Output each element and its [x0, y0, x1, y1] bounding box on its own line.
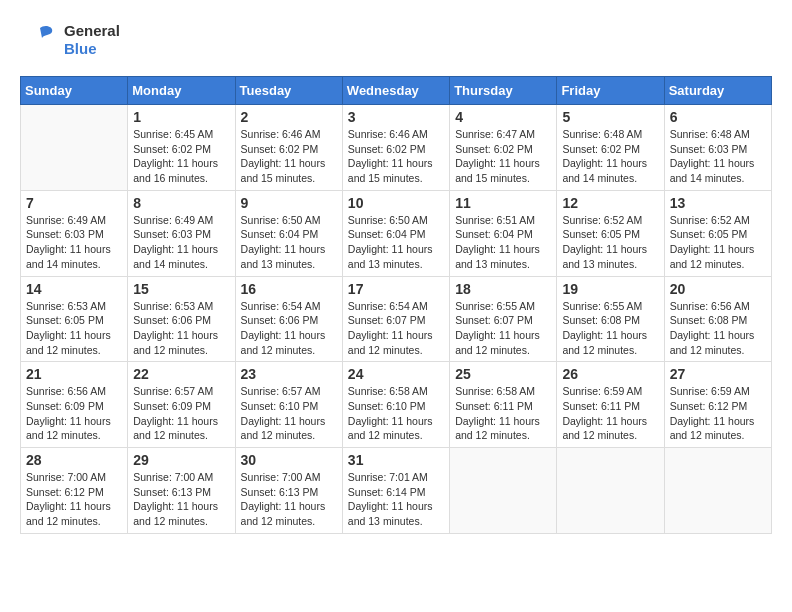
- day-info: Sunrise: 6:54 AMSunset: 6:06 PMDaylight:…: [241, 299, 337, 358]
- calendar-day-cell: 22Sunrise: 6:57 AMSunset: 6:09 PMDayligh…: [128, 362, 235, 448]
- day-of-week-header: Friday: [557, 77, 664, 105]
- calendar-day-cell: 10Sunrise: 6:50 AMSunset: 6:04 PMDayligh…: [342, 190, 449, 276]
- day-info: Sunrise: 6:59 AMSunset: 6:11 PMDaylight:…: [562, 384, 658, 443]
- day-info: Sunrise: 6:54 AMSunset: 6:07 PMDaylight:…: [348, 299, 444, 358]
- day-of-week-header: Thursday: [450, 77, 557, 105]
- calendar-day-cell: 31Sunrise: 7:01 AMSunset: 6:14 PMDayligh…: [342, 448, 449, 534]
- day-number: 8: [133, 195, 229, 211]
- page-header: GeneralBlue: [20, 20, 772, 60]
- day-number: 15: [133, 281, 229, 297]
- calendar-day-cell: 24Sunrise: 6:58 AMSunset: 6:10 PMDayligh…: [342, 362, 449, 448]
- day-number: 13: [670, 195, 766, 211]
- calendar-day-cell: [557, 448, 664, 534]
- logo: GeneralBlue: [20, 20, 120, 60]
- calendar-day-cell: 27Sunrise: 6:59 AMSunset: 6:12 PMDayligh…: [664, 362, 771, 448]
- day-info: Sunrise: 7:00 AMSunset: 6:13 PMDaylight:…: [241, 470, 337, 529]
- day-number: 29: [133, 452, 229, 468]
- day-info: Sunrise: 6:46 AMSunset: 6:02 PMDaylight:…: [348, 127, 444, 186]
- calendar-day-cell: [664, 448, 771, 534]
- calendar-week-row: 21Sunrise: 6:56 AMSunset: 6:09 PMDayligh…: [21, 362, 772, 448]
- day-info: Sunrise: 6:57 AMSunset: 6:09 PMDaylight:…: [133, 384, 229, 443]
- day-info: Sunrise: 6:57 AMSunset: 6:10 PMDaylight:…: [241, 384, 337, 443]
- calendar-day-cell: 19Sunrise: 6:55 AMSunset: 6:08 PMDayligh…: [557, 276, 664, 362]
- day-number: 18: [455, 281, 551, 297]
- calendar-day-cell: 9Sunrise: 6:50 AMSunset: 6:04 PMDaylight…: [235, 190, 342, 276]
- calendar-week-row: 28Sunrise: 7:00 AMSunset: 6:12 PMDayligh…: [21, 448, 772, 534]
- day-number: 24: [348, 366, 444, 382]
- day-number: 25: [455, 366, 551, 382]
- day-number: 21: [26, 366, 122, 382]
- calendar-day-cell: 3Sunrise: 6:46 AMSunset: 6:02 PMDaylight…: [342, 105, 449, 191]
- calendar-day-cell: 1Sunrise: 6:45 AMSunset: 6:02 PMDaylight…: [128, 105, 235, 191]
- day-info: Sunrise: 6:50 AMSunset: 6:04 PMDaylight:…: [348, 213, 444, 272]
- calendar-day-cell: 7Sunrise: 6:49 AMSunset: 6:03 PMDaylight…: [21, 190, 128, 276]
- logo-text: GeneralBlue: [64, 22, 120, 58]
- day-info: Sunrise: 6:51 AMSunset: 6:04 PMDaylight:…: [455, 213, 551, 272]
- day-info: Sunrise: 6:48 AMSunset: 6:03 PMDaylight:…: [670, 127, 766, 186]
- day-number: 5: [562, 109, 658, 125]
- calendar-day-cell: 26Sunrise: 6:59 AMSunset: 6:11 PMDayligh…: [557, 362, 664, 448]
- day-number: 27: [670, 366, 766, 382]
- calendar-day-cell: 8Sunrise: 6:49 AMSunset: 6:03 PMDaylight…: [128, 190, 235, 276]
- day-info: Sunrise: 7:01 AMSunset: 6:14 PMDaylight:…: [348, 470, 444, 529]
- calendar-day-cell: 2Sunrise: 6:46 AMSunset: 6:02 PMDaylight…: [235, 105, 342, 191]
- calendar-day-cell: 28Sunrise: 7:00 AMSunset: 6:12 PMDayligh…: [21, 448, 128, 534]
- day-number: 2: [241, 109, 337, 125]
- calendar-day-cell: 14Sunrise: 6:53 AMSunset: 6:05 PMDayligh…: [21, 276, 128, 362]
- day-info: Sunrise: 6:53 AMSunset: 6:05 PMDaylight:…: [26, 299, 122, 358]
- calendar-day-cell: [21, 105, 128, 191]
- calendar-week-row: 7Sunrise: 6:49 AMSunset: 6:03 PMDaylight…: [21, 190, 772, 276]
- day-info: Sunrise: 6:56 AMSunset: 6:09 PMDaylight:…: [26, 384, 122, 443]
- calendar-day-cell: 11Sunrise: 6:51 AMSunset: 6:04 PMDayligh…: [450, 190, 557, 276]
- day-info: Sunrise: 6:55 AMSunset: 6:08 PMDaylight:…: [562, 299, 658, 358]
- calendar-day-cell: 21Sunrise: 6:56 AMSunset: 6:09 PMDayligh…: [21, 362, 128, 448]
- day-number: 7: [26, 195, 122, 211]
- day-info: Sunrise: 6:52 AMSunset: 6:05 PMDaylight:…: [562, 213, 658, 272]
- calendar-week-row: 1Sunrise: 6:45 AMSunset: 6:02 PMDaylight…: [21, 105, 772, 191]
- calendar-day-cell: 29Sunrise: 7:00 AMSunset: 6:13 PMDayligh…: [128, 448, 235, 534]
- day-number: 9: [241, 195, 337, 211]
- logo-blue: Blue: [64, 40, 120, 58]
- day-number: 31: [348, 452, 444, 468]
- calendar-header-row: SundayMondayTuesdayWednesdayThursdayFrid…: [21, 77, 772, 105]
- calendar-day-cell: [450, 448, 557, 534]
- calendar-day-cell: 13Sunrise: 6:52 AMSunset: 6:05 PMDayligh…: [664, 190, 771, 276]
- day-info: Sunrise: 6:50 AMSunset: 6:04 PMDaylight:…: [241, 213, 337, 272]
- day-number: 17: [348, 281, 444, 297]
- day-info: Sunrise: 6:48 AMSunset: 6:02 PMDaylight:…: [562, 127, 658, 186]
- logo-general: General: [64, 22, 120, 40]
- day-info: Sunrise: 6:53 AMSunset: 6:06 PMDaylight:…: [133, 299, 229, 358]
- calendar-day-cell: 6Sunrise: 6:48 AMSunset: 6:03 PMDaylight…: [664, 105, 771, 191]
- calendar-day-cell: 30Sunrise: 7:00 AMSunset: 6:13 PMDayligh…: [235, 448, 342, 534]
- day-number: 23: [241, 366, 337, 382]
- day-number: 22: [133, 366, 229, 382]
- day-of-week-header: Saturday: [664, 77, 771, 105]
- day-info: Sunrise: 6:56 AMSunset: 6:08 PMDaylight:…: [670, 299, 766, 358]
- calendar-week-row: 14Sunrise: 6:53 AMSunset: 6:05 PMDayligh…: [21, 276, 772, 362]
- day-info: Sunrise: 6:45 AMSunset: 6:02 PMDaylight:…: [133, 127, 229, 186]
- calendar-day-cell: 20Sunrise: 6:56 AMSunset: 6:08 PMDayligh…: [664, 276, 771, 362]
- day-number: 1: [133, 109, 229, 125]
- day-number: 12: [562, 195, 658, 211]
- day-number: 16: [241, 281, 337, 297]
- day-number: 14: [26, 281, 122, 297]
- day-of-week-header: Wednesday: [342, 77, 449, 105]
- calendar-day-cell: 12Sunrise: 6:52 AMSunset: 6:05 PMDayligh…: [557, 190, 664, 276]
- calendar-day-cell: 25Sunrise: 6:58 AMSunset: 6:11 PMDayligh…: [450, 362, 557, 448]
- day-info: Sunrise: 6:55 AMSunset: 6:07 PMDaylight:…: [455, 299, 551, 358]
- day-number: 11: [455, 195, 551, 211]
- day-of-week-header: Sunday: [21, 77, 128, 105]
- day-number: 20: [670, 281, 766, 297]
- day-number: 4: [455, 109, 551, 125]
- calendar-day-cell: 16Sunrise: 6:54 AMSunset: 6:06 PMDayligh…: [235, 276, 342, 362]
- day-info: Sunrise: 7:00 AMSunset: 6:12 PMDaylight:…: [26, 470, 122, 529]
- calendar-table: SundayMondayTuesdayWednesdayThursdayFrid…: [20, 76, 772, 534]
- day-number: 30: [241, 452, 337, 468]
- calendar-day-cell: 23Sunrise: 6:57 AMSunset: 6:10 PMDayligh…: [235, 362, 342, 448]
- day-of-week-header: Tuesday: [235, 77, 342, 105]
- calendar-day-cell: 4Sunrise: 6:47 AMSunset: 6:02 PMDaylight…: [450, 105, 557, 191]
- day-number: 28: [26, 452, 122, 468]
- day-info: Sunrise: 6:58 AMSunset: 6:10 PMDaylight:…: [348, 384, 444, 443]
- calendar-day-cell: 15Sunrise: 6:53 AMSunset: 6:06 PMDayligh…: [128, 276, 235, 362]
- day-info: Sunrise: 7:00 AMSunset: 6:13 PMDaylight:…: [133, 470, 229, 529]
